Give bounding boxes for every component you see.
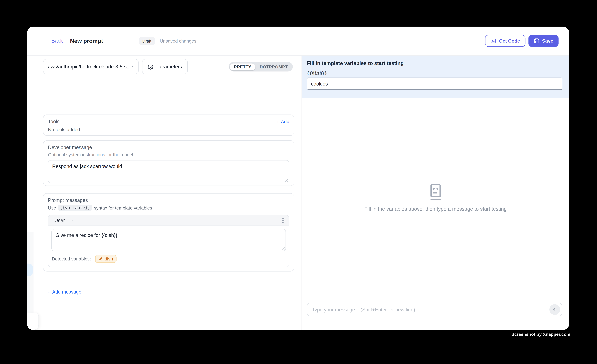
hint-suffix: syntax for template variables — [94, 205, 152, 211]
header: ← Back New prompt Draft Unsaved changes … — [27, 27, 569, 55]
terminal-icon — [490, 38, 496, 44]
plus-icon: + — [276, 119, 279, 124]
variable-syntax-hint: Use {{variable}} syntax for template var… — [48, 205, 289, 211]
add-tool-button[interactable]: + Add — [276, 119, 289, 124]
save-label: Save — [542, 38, 553, 44]
developer-message-title: Developer message — [48, 144, 289, 150]
model-selector[interactable]: aws/anthropic/bedrock-claude-3-5-s... — [43, 59, 139, 74]
tester-panel: Fill in template variables to start test… — [302, 56, 569, 330]
detected-variables-row: Detected variables: dish — [51, 255, 286, 263]
unsaved-changes-text: Unsaved changes — [160, 38, 196, 44]
sidebar-highlight-fragment — [27, 264, 33, 276]
message-field-wrap: Give me a recipe for {{dish}} — [51, 229, 286, 251]
chat-input-row — [307, 303, 562, 316]
role-value: User — [55, 218, 65, 223]
developer-message-card: Developer message Optional system instru… — [43, 140, 294, 186]
variable-name-label: {{dish}} — [307, 71, 562, 76]
developer-message-textarea[interactable]: Respond as jack sparrow would — [48, 160, 289, 183]
toggle-dotprompt[interactable]: DOTPROMPT — [255, 63, 292, 70]
chevron-down-icon — [129, 64, 134, 69]
corner-panel-fragment — [27, 313, 39, 330]
variable-chip: {{variable}} — [58, 205, 92, 211]
variable-badge-label: dish — [105, 256, 113, 261]
message-body: Give me a recipe for {{dish}} Detected v… — [48, 226, 289, 267]
pencil-icon — [99, 257, 103, 261]
app-window: ← Back New prompt Draft Unsaved changes … — [27, 27, 569, 330]
prompt-messages-card: Prompt messages Use {{variable}} syntax … — [43, 193, 294, 272]
save-button[interactable]: Save — [528, 35, 558, 47]
back-label: Back — [51, 38, 63, 44]
status-badge: Draft — [139, 37, 155, 45]
variable-value-input[interactable] — [307, 77, 562, 90]
robot-face-icon — [427, 183, 444, 201]
message-textarea[interactable]: Give me a recipe for {{dish}} — [51, 229, 286, 251]
watermark-text: Screenshot by Xnapper.com — [511, 332, 570, 337]
developer-message-field-wrap: Respond as jack sparrow would — [48, 160, 289, 183]
add-message-button[interactable]: + Add message — [48, 289, 81, 295]
developer-message-subtitle: Optional system instructions for the mod… — [48, 152, 289, 157]
empty-state: Fill in the variables above, then type a… — [302, 183, 569, 212]
save-icon — [534, 38, 540, 44]
chat-divider — [302, 298, 569, 298]
message-block: User Give me a recipe for {{dish}} Detec… — [48, 215, 289, 267]
view-mode-toggle: PRETTY DOTPROMPT — [229, 62, 293, 71]
parameters-button[interactable]: Parameters — [142, 59, 188, 74]
gear-icon — [148, 64, 153, 69]
template-variables-panel: Fill in template variables to start test… — [302, 56, 569, 98]
screenshot-stage: ← Back New prompt Draft Unsaved changes … — [0, 0, 597, 364]
tools-title: Tools — [48, 119, 60, 124]
role-selector[interactable]: User — [55, 218, 74, 223]
back-button[interactable]: ← Back — [43, 38, 63, 44]
plus-icon: + — [48, 289, 51, 295]
tools-empty-text: No tools added — [48, 127, 289, 132]
model-row: aws/anthropic/bedrock-claude-3-5-s... Pa… — [43, 59, 188, 74]
parameters-label: Parameters — [157, 64, 182, 69]
prompt-editor-panel: aws/anthropic/bedrock-claude-3-5-s... Pa… — [27, 56, 302, 330]
page-title: New prompt — [70, 38, 103, 44]
empty-state-text: Fill in the variables above, then type a… — [364, 206, 507, 212]
tools-card: Tools + Add No tools added — [43, 114, 294, 136]
variable-badge-dish[interactable]: dish — [95, 255, 116, 263]
resize-grip-icon[interactable] — [281, 247, 285, 250]
get-code-label: Get Code — [499, 38, 520, 44]
hint-prefix: Use — [48, 205, 56, 211]
tester-title: Fill in template variables to start test… — [307, 61, 562, 66]
message-header: User — [48, 215, 289, 226]
get-code-button[interactable]: Get Code — [485, 35, 525, 47]
model-selector-value: aws/anthropic/bedrock-claude-3-5-s... — [48, 64, 129, 69]
prompt-messages-title: Prompt messages — [48, 197, 289, 203]
drag-handle-icon[interactable] — [281, 218, 285, 223]
chevron-down-icon — [70, 218, 74, 223]
chat-message-input[interactable] — [312, 307, 549, 312]
resize-grip-icon[interactable] — [285, 179, 288, 182]
add-message-label: Add message — [52, 289, 81, 295]
detected-variables-label: Detected variables: — [52, 256, 91, 261]
back-arrow-icon: ← — [43, 38, 49, 44]
send-button[interactable] — [549, 304, 560, 315]
arrow-up-icon — [552, 307, 557, 312]
toggle-pretty[interactable]: PRETTY — [230, 63, 255, 70]
add-tool-label: Add — [281, 119, 289, 124]
